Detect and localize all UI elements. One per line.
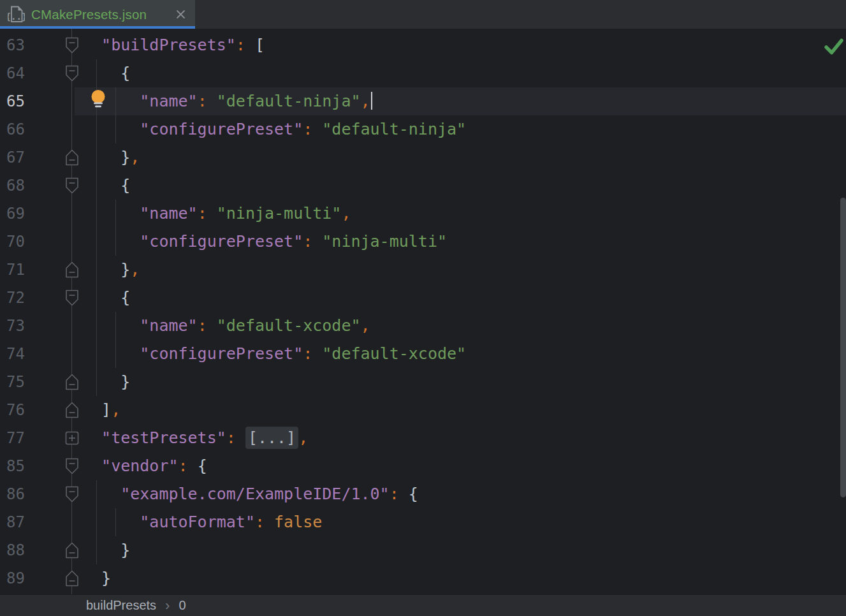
line-number: 72 (6, 284, 34, 312)
code-text: "name": "ninja-multi", (82, 200, 351, 228)
code-text: { (82, 172, 130, 200)
fold-start-icon[interactable] (65, 37, 79, 56)
line-number: 68 (6, 172, 34, 200)
code-area: 63 "buildPresets": [ 64 { 65 "name": "de… (0, 31, 846, 592)
code-line-73[interactable]: 73 "name": "default-xcode", (0, 312, 846, 340)
line-number: 71 (6, 256, 34, 284)
fold-end-icon[interactable] (65, 149, 79, 168)
editor-pane: 63 "buildPresets": [ 64 { 65 "name": "de… (0, 29, 846, 594)
line-number: 74 (6, 340, 34, 368)
chevron-right-icon: › (165, 599, 170, 612)
fold-start-icon[interactable] (65, 65, 79, 84)
code-text: } (82, 536, 130, 564)
code-line-76[interactable]: 76 ], (0, 396, 846, 424)
code-text: } (82, 368, 130, 396)
code-text: ], (82, 396, 120, 424)
code-text: "name": "default-xcode", (82, 312, 370, 340)
fold-end-icon[interactable] (65, 261, 79, 281)
code-text: "configurePreset": "default-ninja" (82, 115, 466, 143)
code-line-86[interactable]: 86 "example.com/ExampleIDE/1.0": { (0, 480, 846, 508)
code-text: "buildPresets": [ (82, 31, 265, 59)
code-text: "autoFormat": false (82, 508, 322, 536)
line-number: 89 (6, 564, 34, 592)
intention-lightbulb-icon[interactable] (90, 89, 106, 112)
vertical-scrollbar-thumb[interactable] (840, 198, 846, 497)
inspections-ok-checkmark-icon[interactable] (824, 37, 844, 59)
line-number: 76 (6, 396, 34, 424)
line-number: 65 (6, 87, 34, 115)
tab-close-icon[interactable] (173, 8, 187, 22)
code-line-88[interactable]: 88 } (0, 536, 846, 564)
gutter-fold-line (71, 29, 72, 594)
code-line-66[interactable]: 66 "configurePreset": "default-ninja" (0, 115, 846, 143)
code-text: }, (82, 143, 140, 172)
code-line-89[interactable]: 89 } (0, 564, 846, 592)
code-text: "testPresets": [...], (82, 424, 308, 452)
line-number: 64 (6, 59, 34, 87)
code-line-75[interactable]: 75 } (0, 368, 846, 396)
code-text: "example.com/ExampleIDE/1.0": { (82, 480, 418, 508)
fold-end-icon[interactable] (65, 402, 79, 421)
code-line-64[interactable]: 64 { (0, 59, 846, 87)
breadcrumb-item-buildpresets[interactable]: buildPresets (86, 598, 156, 613)
code-text: "name": "default-ninja", (82, 87, 372, 115)
line-number: 85 (6, 452, 34, 480)
line-number: 70 (6, 228, 34, 256)
line-number: 88 (6, 536, 34, 564)
code-text: { (82, 59, 130, 87)
tab-cmakepresets-json[interactable]: {..} CMakePresets.json (0, 0, 195, 29)
line-number: 63 (6, 31, 34, 59)
code-line-65[interactable]: 65 "name": "default-ninja", (0, 87, 846, 115)
folded-region-expand-icon[interactable] (65, 431, 79, 448)
code-line-72[interactable]: 72 { (0, 284, 846, 312)
line-number: 77 (6, 424, 34, 452)
line-number: 66 (6, 115, 34, 143)
line-number: 69 (6, 200, 34, 228)
code-line-87[interactable]: 87 "autoFormat": false (0, 508, 846, 536)
code-text: } (82, 564, 111, 592)
editor-tab-bar: {..} CMakePresets.json (0, 0, 846, 29)
fold-start-icon[interactable] (65, 486, 79, 505)
fold-end-icon[interactable] (65, 542, 79, 561)
fold-start-icon[interactable] (65, 177, 79, 196)
line-number: 86 (6, 480, 34, 508)
code-text: "configurePreset": "ninja-multi" (82, 228, 447, 256)
code-line-68[interactable]: 68 { (0, 172, 846, 200)
code-text: }, (82, 256, 140, 284)
code-text: "vendor": { (82, 452, 207, 480)
code-line-74[interactable]: 74 "configurePreset": "default-xcode" (0, 340, 846, 368)
line-number: 87 (6, 508, 34, 536)
code-text: "configurePreset": "default-xcode" (82, 340, 466, 368)
line-number: 73 (6, 312, 34, 340)
json-file-icon: {..} (8, 6, 25, 23)
code-line-69[interactable]: 69 "name": "ninja-multi", (0, 200, 846, 228)
code-line-67[interactable]: 67 }, (0, 143, 846, 172)
line-number: 67 (6, 143, 34, 172)
code-line-63[interactable]: 63 "buildPresets": [ (0, 31, 846, 59)
fold-end-icon[interactable] (65, 570, 79, 589)
fold-end-icon[interactable] (65, 374, 79, 393)
fold-start-icon[interactable] (65, 290, 79, 309)
line-number: 75 (6, 368, 34, 396)
code-text: { (82, 284, 130, 312)
svg-text:{..}: {..} (8, 11, 25, 22)
fold-start-icon[interactable] (65, 458, 79, 477)
code-line-85[interactable]: 85 "vendor": { (0, 452, 846, 480)
tab-title: CMakePresets.json (31, 7, 147, 22)
text-caret (371, 92, 373, 110)
breadcrumb-bar: buildPresets › 0 (0, 594, 846, 616)
code-line-71[interactable]: 71 }, (0, 256, 846, 284)
breadcrumb-item-index[interactable]: 0 (179, 598, 186, 613)
code-line-77[interactable]: 77 "testPresets": [...], (0, 424, 846, 452)
code-line-70[interactable]: 70 "configurePreset": "ninja-multi" (0, 228, 846, 256)
